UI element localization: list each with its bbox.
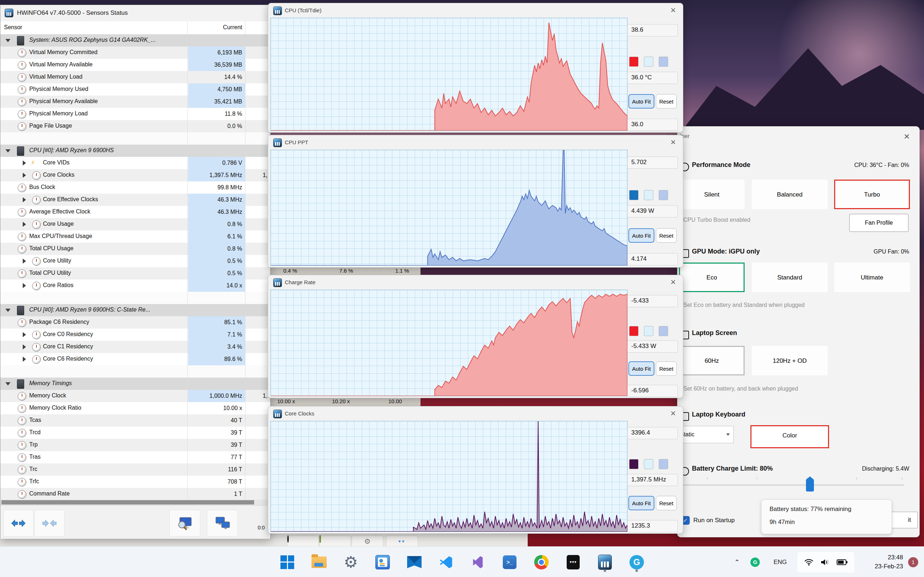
language-indicator[interactable]: ENG [774,559,787,566]
graph-plot [270,18,628,131]
grid-color-swatch[interactable] [659,459,668,469]
graph-current-value: 4.439 W [627,205,678,218]
ghelper-taskbar-icon: G [630,555,644,569]
reset-button[interactable]: Reset [656,228,677,243]
graph-min-value: 36.0 [627,119,678,131]
running-indicator [604,569,606,572]
auto-fit-button[interactable]: Auto Fit [628,228,654,243]
graph-title: Core Clocks [285,410,314,416]
auto-fit-button[interactable]: Auto Fit [628,361,654,376]
graph-max-value: -5.433 [627,295,678,307]
taskbar-item-visualstudio[interactable] [469,552,486,572]
grid-color-swatch[interactable] [659,326,668,336]
graph-min-value: 1235.3 [627,520,678,532]
clock[interactable]: 23:48 23-Feb-23 [861,553,903,571]
taskbar-item-settings[interactable]: ⚙ [342,552,360,572]
hwinfo-icon [273,139,282,147]
graph-title: Charge Rate [285,279,315,285]
reset-button[interactable]: Reset [656,496,677,510]
plot-background-swatch[interactable] [644,190,653,200]
plot-background-swatch[interactable] [644,56,653,67]
mail-icon [407,556,422,568]
settings-gear-icon: ⚙ [344,554,358,570]
graph-current-value: 1,397.5 MHz [627,474,678,486]
system-tray: ⌃ G ENG [732,547,924,577]
graph-plot [270,421,628,532]
quick-settings-pill[interactable] [797,551,855,573]
visual-studio-icon [471,555,485,569]
start-icon [281,555,294,569]
graph-plot [270,290,628,396]
running-indicator [636,569,638,572]
reset-button[interactable]: Reset [656,94,677,108]
graph-min-value: 4.174 [627,253,678,266]
graph-titlebar[interactable]: Core Clocks✕ [268,406,683,421]
taskbar-item-mail[interactable] [406,552,423,572]
tray-time: 23:48 [861,553,903,562]
graph-window-cpu-temp: CPU (Tctl/Tdie)✕38.636.0 °CAuto FitReset… [268,3,683,133]
chrome-icon [534,555,549,569]
graph-titlebar[interactable]: CPU (Tctl/Tdie)✕ [268,3,683,18]
battery-icon [837,559,848,566]
taskbar-item-powershell[interactable]: >_ [501,552,518,572]
graph-plot [270,150,628,266]
terminal-icon: ▾▾▾ [567,555,580,569]
powershell-icon: >_ [503,555,517,569]
close-icon[interactable]: ✕ [669,278,678,286]
taskbar-item-terminal[interactable]: ▾▾▾ [564,552,582,572]
wifi-icon [804,559,814,566]
taskbar-item-chrome[interactable] [533,552,550,572]
hwinfo-taskbar-icon [598,554,612,570]
grid-color-swatch[interactable] [659,56,668,67]
series-color-swatch[interactable] [629,459,638,469]
grid-color-swatch[interactable] [659,190,668,200]
graph-max-value: 5.702 [627,156,678,169]
grammarly-tray-icon[interactable]: G [750,558,760,567]
volume-icon [821,559,830,566]
taskbar-item-hwinfo[interactable] [596,552,614,572]
vscode-icon [439,555,453,569]
graph-current-value: 36.0 °C [627,72,678,84]
graph-window-cpu-ppt: CPU PPT✕5.7024.439 WAuto FitReset4.174 [268,135,683,268]
graph-titlebar[interactable]: CPU PPT✕ [268,135,683,150]
graph-min-value: -6.596 [627,385,678,397]
close-icon[interactable]: ✕ [669,138,678,147]
taskbar-item-explorer[interactable] [310,552,328,572]
plot-background-swatch[interactable] [644,459,653,469]
hwinfo-icon [273,6,282,15]
graph-max-value: 3396.4 [627,427,678,439]
graph-titlebar[interactable]: Charge Rate✕ [268,275,683,290]
desktop: 0.4 % 7.6 % 1.1 % 10.00 x 10.20 x 10.00 … [0,0,924,577]
file-explorer-icon [312,556,327,568]
taskbar-item-monitor[interactable] [374,552,391,572]
taskbar-item-start[interactable] [279,552,296,572]
auto-fit-button[interactable]: Auto Fit [628,94,654,108]
taskbar-item-vscode[interactable] [438,552,455,572]
system-monitor-icon [375,555,390,569]
graph-current-value: -5.433 W [627,340,678,353]
close-icon[interactable]: ✕ [669,409,678,417]
series-color-swatch[interactable] [629,56,638,67]
plot-background-swatch[interactable] [644,326,653,336]
graph-window-core-clocks: Core Clocks✕3396.41,397.5 MHzAuto FitRes… [268,406,683,534]
taskbar-item-ghelper[interactable]: G [628,552,645,572]
close-icon[interactable]: ✕ [669,6,678,15]
graph-max-value: 38.6 [627,24,678,36]
taskbar-icons: ⚙>_▾▾▾G [279,547,645,577]
auto-fit-button[interactable]: Auto Fit [628,496,654,510]
graph-window-charge-rate: Charge Rate✕-5.433-5.433 WAuto FitReset-… [268,275,683,398]
taskbar: ⚙>_▾▾▾G ⌃ G ENG [0,546,924,577]
series-color-swatch[interactable] [629,190,638,200]
tray-overflow-chevron-icon[interactable]: ⌃ [732,558,743,566]
graph-title: CPU (Tctl/Tdie) [285,7,321,13]
series-color-swatch[interactable] [629,326,638,336]
reset-button[interactable]: Reset [656,361,677,376]
tray-date: 23-Feb-23 [861,562,903,571]
graph-title: CPU PPT [285,139,308,145]
notification-badge[interactable]: 1 [908,557,918,567]
hwinfo-icon [273,279,282,287]
hwinfo-icon [273,410,282,418]
